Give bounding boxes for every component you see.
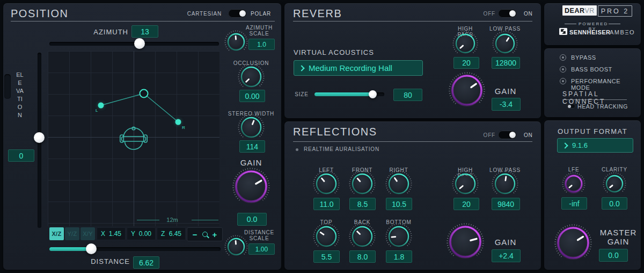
reflections-title-rule xyxy=(293,141,532,142)
position-title-rule xyxy=(11,21,275,21)
reflections-highpass-value[interactable]: 20 xyxy=(453,198,479,210)
reverb-lowpass-knob[interactable] xyxy=(491,30,519,58)
x-coordinate-field[interactable]: X 1.45 xyxy=(97,227,126,240)
spatial-connect-rule xyxy=(562,99,627,100)
azimuth-scale-value[interactable]: 1.0 xyxy=(248,39,275,50)
reflections-lowpass-value[interactable]: 9840 xyxy=(492,198,520,210)
polar-label: POLAR xyxy=(251,11,275,17)
reverb-lowpass-value[interactable]: 12800 xyxy=(492,57,520,69)
master-gain-knob[interactable] xyxy=(553,223,593,263)
tab-yz[interactable]: Y/Z xyxy=(65,227,79,240)
reverb-gain-knob[interactable] xyxy=(448,71,486,110)
stereo-width-knob[interactable] xyxy=(237,113,266,142)
cartesian-polar-toggle[interactable] xyxy=(228,9,247,18)
reflections-left-knob[interactable] xyxy=(312,169,341,198)
reverb-gain-value[interactable]: -3.4 xyxy=(492,98,521,111)
bypass-label: BYPASS xyxy=(571,54,596,61)
source-marker-right[interactable] xyxy=(175,119,181,125)
distance-slider-handle[interactable] xyxy=(86,243,97,254)
performance-mode-radio[interactable] xyxy=(560,78,566,84)
reverb-preset-value: Medium Recording Hall xyxy=(309,63,392,73)
reflections-left-value[interactable]: 11.0 xyxy=(313,198,340,210)
elevation-value[interactable]: 0 xyxy=(8,149,34,162)
size-slider-handle[interactable] xyxy=(369,90,377,98)
reflections-gain-knob[interactable] xyxy=(445,222,485,262)
dearvr-pro2-plugin-window: POSITION CARTESIAN POLAR AZIMUTH 13 ELEV… xyxy=(0,0,644,273)
elevation-slider-handle[interactable] xyxy=(34,132,45,143)
tab-xz[interactable]: X/Z xyxy=(49,227,64,240)
azimuth-label: AZIMUTH xyxy=(60,28,128,36)
pro2-badge: PRO 2 xyxy=(598,5,632,17)
stereo-width-value[interactable]: 114 xyxy=(239,140,265,153)
distance-value[interactable]: 6.62 xyxy=(133,256,159,269)
reverb-highpass-value[interactable]: 20 xyxy=(453,57,479,69)
azimuth-slider-handle[interactable] xyxy=(134,38,145,49)
azimuth-scale-label: AZIMUTH SCALE xyxy=(242,25,276,37)
y-coordinate-field[interactable]: Y 0.00 xyxy=(127,227,156,240)
tab-xy[interactable]: X/Y xyxy=(80,227,95,240)
reflections-gain-value[interactable]: +2.4 xyxy=(492,249,521,262)
source-marker-center[interactable] xyxy=(140,89,149,98)
zoom-in-button[interactable]: + xyxy=(213,230,217,239)
z-coordinate-field[interactable]: Z 6.45 xyxy=(157,227,186,240)
head-tracking-toggle[interactable] xyxy=(567,104,575,109)
reverb-on-off-toggle[interactable] xyxy=(498,9,517,18)
position-gain-value[interactable]: 0.0 xyxy=(237,213,267,226)
elevation-label: ELEVATION xyxy=(16,71,24,119)
bypass-radio[interactable] xyxy=(560,54,566,61)
reverb-off-label: OFF xyxy=(472,11,495,17)
reflections-top-knob[interactable] xyxy=(312,222,341,251)
realtime-indicator-dot xyxy=(296,148,298,151)
reflections-back-knob[interactable] xyxy=(348,222,377,251)
size-label: SIZE xyxy=(292,91,311,97)
reflections-bottom-value[interactable]: 1.8 xyxy=(386,250,412,263)
reflections-right-knob[interactable] xyxy=(384,169,413,198)
reflections-lowpass-knob[interactable] xyxy=(491,169,519,198)
occlusion-knob[interactable] xyxy=(237,62,266,91)
reflections-top-value[interactable]: 5.5 xyxy=(313,250,340,263)
reflections-right-value[interactable]: 10.5 xyxy=(386,198,412,210)
reflections-highpass-knob[interactable] xyxy=(451,169,480,198)
logo-dear-text: DEAR xyxy=(565,7,584,15)
position-grid[interactable]: L R 12m xyxy=(48,51,219,226)
lfe-value[interactable]: -inf xyxy=(561,197,587,210)
reflections-on-label: ON xyxy=(524,132,540,138)
realtime-auralisation-label: REALTIME AURALISATION xyxy=(304,146,390,152)
reverb-gain-label: GAIN xyxy=(492,87,519,96)
bass-boost-radio[interactable] xyxy=(560,66,566,73)
size-value[interactable]: 80 xyxy=(393,89,422,101)
master-gain-value[interactable]: 0.0 xyxy=(599,249,628,262)
x-coordinate-value: 1.45 xyxy=(109,230,121,238)
powered-by-line-right xyxy=(609,24,620,24)
reflections-bottom-knob[interactable] xyxy=(384,222,413,251)
reflections-back-value[interactable]: 8.0 xyxy=(349,250,376,263)
powered-by-line-left xyxy=(565,24,576,24)
position-gain-knob[interactable] xyxy=(231,167,271,206)
occlusion-value[interactable]: 0.00 xyxy=(239,90,265,102)
position-gain-label: GAIN xyxy=(220,158,282,167)
sennheiser-wordmark: SENNHEISER xyxy=(569,29,611,35)
output-format-dropdown[interactable]: 9.1.6 xyxy=(557,138,633,153)
lfe-knob[interactable] xyxy=(561,171,587,197)
zoom-out-button[interactable]: − xyxy=(193,230,197,239)
sennheiser-logo-icon xyxy=(559,28,567,35)
dearvr-logo: DEAR VR xyxy=(562,5,597,16)
clarity-knob[interactable] xyxy=(602,171,627,197)
ambeo-wordmark: AMBΞO xyxy=(610,29,635,35)
reflections-on-off-toggle[interactable] xyxy=(498,131,517,139)
reverb-title-rule xyxy=(293,21,532,21)
clarity-value[interactable]: 0.0 xyxy=(602,197,627,210)
z-coordinate-label: Z xyxy=(161,230,165,238)
distance-label: DISTANCE xyxy=(62,257,130,265)
reverb-highpass-knob[interactable] xyxy=(451,30,479,58)
reverb-preset-dropdown[interactable]: Medium Recording Hall xyxy=(294,60,423,76)
azimuth-value[interactable]: 13 xyxy=(131,25,158,38)
reflections-front-value[interactable]: 8.5 xyxy=(349,198,376,210)
grid-range-indicator xyxy=(4,74,11,99)
source-marker-left[interactable] xyxy=(98,103,104,109)
reflections-off-label: OFF xyxy=(472,132,495,138)
reflections-front-knob[interactable] xyxy=(348,169,377,198)
distance-scale-value[interactable]: 1.00 xyxy=(248,243,275,255)
listener-head-icon xyxy=(120,126,148,151)
distance-scale-knob[interactable] xyxy=(223,234,249,260)
